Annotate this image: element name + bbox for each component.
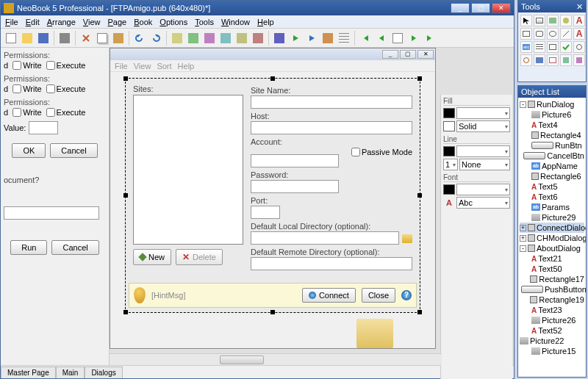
menu-book[interactable]: Book [134,18,152,26]
default-local-input[interactable] [251,231,399,245]
radio-tool-icon[interactable] [573,41,585,53]
textfield-tool-icon[interactable]: ab| [520,41,532,53]
object-list-titlebar[interactable]: Object List [518,86,586,98]
tree-node[interactable]: Rectangle6 [520,171,584,181]
compile-icon[interactable] [272,31,287,46]
run-button[interactable]: Run [10,240,47,255]
menu-edit[interactable]: Edit [26,18,40,26]
tab-master-page[interactable]: Master Page [1,367,56,378]
tree-node[interactable]: AText4 [520,120,584,130]
object-tree[interactable]: -RunDialog Picture6 AText4 Rectangle4 Ru… [518,98,586,358]
horizontal-scrollbar[interactable] [110,353,442,365]
resize-handle[interactable] [270,310,275,314]
tree-node[interactable]: Picture15 [520,346,584,356]
write-checkbox-1[interactable]: Write [12,61,41,70]
tree-node[interactable]: abParams [520,202,584,212]
last-page-icon[interactable] [423,31,437,46]
tree-node[interactable]: AText21 [520,253,584,264]
fill-bg-swatch[interactable] [443,121,455,131]
menu-file[interactable]: File [5,18,18,26]
cancel-button[interactable]: Cancel [50,143,97,158]
cut-icon[interactable] [79,31,93,46]
execute-checkbox-2[interactable]: Execute [46,84,86,93]
grid-icon[interactable] [337,31,351,46]
menu-help[interactable]: Help [257,18,274,26]
resize-handle[interactable] [123,76,128,81]
sub-menu-file[interactable]: File [115,62,128,71]
site-name-input[interactable] [251,95,412,109]
tree-node[interactable]: RunBtn [520,140,584,151]
expand-icon[interactable]: + [520,235,526,242]
line-style-select[interactable]: None▾ [459,159,510,170]
sub-minimize-button[interactable]: _ [382,50,398,59]
resize-handle[interactable] [417,310,422,314]
tree-node[interactable]: Rectangle4 [520,130,584,140]
line-color-swatch[interactable] [443,146,455,156]
calendar-tool-icon[interactable] [547,54,559,66]
tree-node-aboutdialog[interactable]: -AboutDialog [520,243,584,253]
menu-tools[interactable]: Tools [195,18,214,26]
run-icon[interactable] [288,31,303,46]
check-tool-icon[interactable] [560,41,572,53]
collapse-icon[interactable]: - [520,245,526,252]
collapse-icon[interactable]: - [520,101,526,108]
close-button[interactable]: ✕ [492,3,511,13]
text-tool-icon[interactable]: A [573,15,585,26]
tree-node-chmoddialog[interactable]: +CHModDialog [520,233,584,243]
plugin-tool-icon[interactable] [560,54,572,66]
tool-e-icon[interactable] [234,31,249,46]
line-color-select[interactable]: ▾ [456,145,510,157]
sub-menu-view[interactable]: View [134,62,151,71]
redo-icon[interactable] [148,31,163,46]
execute-checkbox-3[interactable]: Execute [46,108,86,117]
media-tool-icon[interactable] [534,54,545,66]
image-tool-icon[interactable] [547,15,559,26]
play2-icon[interactable] [304,31,319,46]
new-site-button[interactable]: New [133,249,171,265]
resize-handle[interactable] [417,76,422,81]
pointer-tool-icon[interactable] [520,15,532,26]
font-select[interactable]: Abc▾ [456,197,510,209]
close-dialog-button[interactable]: Close [362,288,395,303]
write-checkbox-3[interactable]: Write [12,108,41,117]
line-tool-icon[interactable] [560,28,572,40]
resize-handle[interactable] [270,76,275,81]
tree-node[interactable]: AText5 [520,181,584,192]
tree-node[interactable]: Picture6 [520,109,584,120]
tree-node[interactable]: Picture26 [520,315,584,325]
print-icon[interactable] [57,31,72,46]
line-width-select[interactable]: 1▾ [443,159,458,170]
expand-icon[interactable]: + [520,225,526,231]
connect-button[interactable]: Connect [302,288,356,303]
list-tool-icon[interactable] [534,41,545,53]
tree-node[interactable]: AText6 [520,192,584,202]
book-icon[interactable] [320,31,335,46]
menu-page[interactable]: Page [108,18,127,26]
passive-mode-checkbox[interactable]: Passive Mode [351,148,412,156]
paste-icon[interactable] [111,31,126,46]
prev-page-icon[interactable] [374,31,389,46]
rect-tool-icon[interactable] [520,28,532,40]
save-icon[interactable] [36,31,51,46]
resize-handle[interactable] [123,310,128,314]
tree-node[interactable]: Picture22 [520,336,584,346]
sub-menu-sort[interactable]: Sort [157,62,171,71]
default-remote-input[interactable] [251,257,412,270]
password-input[interactable] [251,180,339,193]
scrollbar-thumb[interactable] [220,355,264,364]
resize-handle[interactable] [123,193,128,198]
account-input[interactable] [251,154,339,167]
tab-dialogs[interactable]: Dialogs [85,367,122,378]
undo-icon[interactable] [132,31,147,46]
tree-node[interactable]: AText23 [520,305,584,315]
tree-node-connectdialog[interactable]: +ConnectDialog [520,223,584,233]
resize-handle[interactable] [417,193,422,198]
tab-main[interactable]: Main [56,367,85,378]
write-checkbox-2[interactable]: Write [12,84,41,93]
ok-button[interactable]: OK [12,143,46,158]
tree-node-rundialog[interactable]: -RunDialog [520,99,584,109]
delete-site-button[interactable]: ✕Delete [176,249,223,265]
tree-node[interactable]: Rectangle17 [520,274,584,284]
port-input[interactable] [251,206,280,219]
fill-style-select[interactable]: Solid▾ [456,120,510,132]
